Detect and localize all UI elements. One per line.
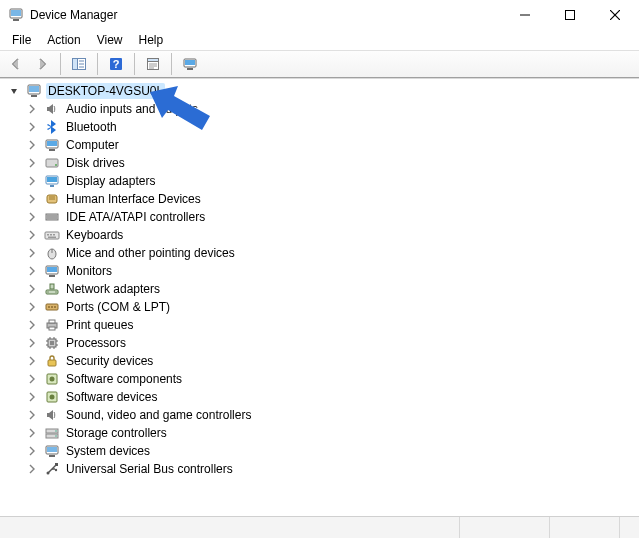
scan-hardware-button[interactable]: [178, 52, 202, 76]
svg-text:?: ?: [113, 58, 120, 70]
tree-item[interactable]: Software components: [4, 370, 635, 388]
back-button[interactable]: [4, 52, 28, 76]
monitor-icon: [44, 137, 60, 153]
tree-item-label: Universal Serial Bus controllers: [64, 461, 235, 477]
show-hide-tree-button[interactable]: [67, 52, 91, 76]
menu-action[interactable]: Action: [39, 31, 88, 49]
svg-point-54: [48, 306, 50, 308]
cpu-icon: [44, 335, 60, 351]
forward-button[interactable]: [30, 52, 54, 76]
tree-item[interactable]: Bluetooth: [4, 118, 635, 136]
tree-item[interactable]: Display adapters: [4, 172, 635, 190]
properties-button[interactable]: [141, 52, 165, 76]
tree-item[interactable]: Ports (COM & LPT): [4, 298, 635, 316]
chevron-right-icon[interactable]: [24, 317, 40, 333]
tree-item[interactable]: Network adapters: [4, 280, 635, 298]
tree-item-label: Network adapters: [64, 281, 162, 297]
menu-help[interactable]: Help: [131, 31, 172, 49]
status-cell: [619, 517, 639, 538]
tree-item[interactable]: Sound, video and game controllers: [4, 406, 635, 424]
chevron-right-icon[interactable]: [24, 245, 40, 261]
chevron-right-icon[interactable]: [24, 173, 40, 189]
tree-item[interactable]: Human Interface Devices: [4, 190, 635, 208]
chevron-right-icon[interactable]: [24, 155, 40, 171]
app-icon: [8, 7, 24, 23]
chevron-right-icon[interactable]: [24, 461, 40, 477]
tree-item[interactable]: Monitors: [4, 262, 635, 280]
maximize-button[interactable]: [547, 0, 592, 30]
svg-rect-43: [48, 237, 56, 239]
tree-item-label: Monitors: [64, 263, 114, 279]
chevron-right-icon[interactable]: [24, 227, 40, 243]
tree-root[interactable]: DESKTOP-4VGSU0L: [4, 82, 635, 100]
tree-item[interactable]: Software devices: [4, 388, 635, 406]
window-title: Device Manager: [30, 8, 502, 22]
keyboard-icon: [44, 227, 60, 243]
speaker-icon: [44, 407, 60, 423]
chevron-right-icon[interactable]: [24, 353, 40, 369]
tree-item[interactable]: IDE ATA/ATAPI controllers: [4, 208, 635, 226]
chevron-right-icon[interactable]: [24, 371, 40, 387]
chevron-right-icon[interactable]: [24, 425, 40, 441]
printer-icon: [44, 317, 60, 333]
monitor-icon: [44, 263, 60, 279]
chevron-down-icon[interactable]: [6, 83, 22, 99]
tree-item[interactable]: System devices: [4, 442, 635, 460]
toolbar-separator: [97, 53, 98, 75]
tree-item-label: Software components: [64, 371, 184, 387]
tree-item[interactable]: Processors: [4, 334, 635, 352]
tree-item[interactable]: Universal Serial Bus controllers: [4, 460, 635, 478]
svg-point-29: [55, 164, 57, 166]
close-button[interactable]: [592, 0, 637, 30]
tree-item-label: Software devices: [64, 389, 159, 405]
chevron-right-icon[interactable]: [24, 137, 40, 153]
tree-item[interactable]: Audio inputs and outputs: [4, 100, 635, 118]
svg-rect-26: [47, 141, 57, 146]
svg-point-77: [55, 430, 57, 432]
tree-item[interactable]: Computer: [4, 136, 635, 154]
chevron-right-icon[interactable]: [24, 299, 40, 315]
chevron-right-icon[interactable]: [24, 101, 40, 117]
display-icon: [44, 173, 60, 189]
svg-point-55: [51, 306, 53, 308]
svg-point-78: [55, 435, 57, 437]
tree-item-label: Disk drives: [64, 155, 127, 171]
chevron-right-icon[interactable]: [24, 407, 40, 423]
chevron-right-icon[interactable]: [24, 209, 40, 225]
svg-rect-47: [47, 267, 57, 272]
menu-file[interactable]: File: [4, 31, 39, 49]
svg-rect-15: [148, 59, 159, 62]
svg-rect-70: [48, 360, 56, 366]
tree-item-label: Sound, video and game controllers: [64, 407, 253, 423]
tree-item[interactable]: Keyboards: [4, 226, 635, 244]
tree-item[interactable]: Security devices: [4, 352, 635, 370]
menu-view[interactable]: View: [89, 31, 131, 49]
svg-rect-21: [187, 68, 193, 70]
tree-item[interactable]: Storage controllers: [4, 424, 635, 442]
chevron-right-icon[interactable]: [24, 389, 40, 405]
svg-rect-58: [49, 320, 55, 323]
svg-rect-41: [50, 234, 52, 236]
toolbar-separator: [171, 53, 172, 75]
chevron-right-icon[interactable]: [24, 263, 40, 279]
tree-item[interactable]: Mice and other pointing devices: [4, 244, 635, 262]
svg-rect-32: [50, 185, 54, 187]
svg-rect-42: [53, 234, 55, 236]
svg-point-72: [50, 377, 55, 382]
svg-rect-24: [31, 95, 37, 97]
minimize-button[interactable]: [502, 0, 547, 30]
tree-item[interactable]: Disk drives: [4, 154, 635, 172]
chevron-right-icon[interactable]: [24, 335, 40, 351]
chevron-right-icon[interactable]: [24, 281, 40, 297]
device-tree[interactable]: DESKTOP-4VGSU0L Audio inputs and outputs…: [0, 80, 639, 496]
help-button[interactable]: ?: [104, 52, 128, 76]
tree-item[interactable]: Print queues: [4, 316, 635, 334]
tree-item-label: Ports (COM & LPT): [64, 299, 172, 315]
chevron-right-icon[interactable]: [24, 443, 40, 459]
chevron-right-icon[interactable]: [24, 191, 40, 207]
chevron-right-icon[interactable]: [24, 119, 40, 135]
bluetooth-icon: [44, 119, 60, 135]
software-icon: [44, 371, 60, 387]
security-icon: [44, 353, 60, 369]
storage-icon: [44, 425, 60, 441]
